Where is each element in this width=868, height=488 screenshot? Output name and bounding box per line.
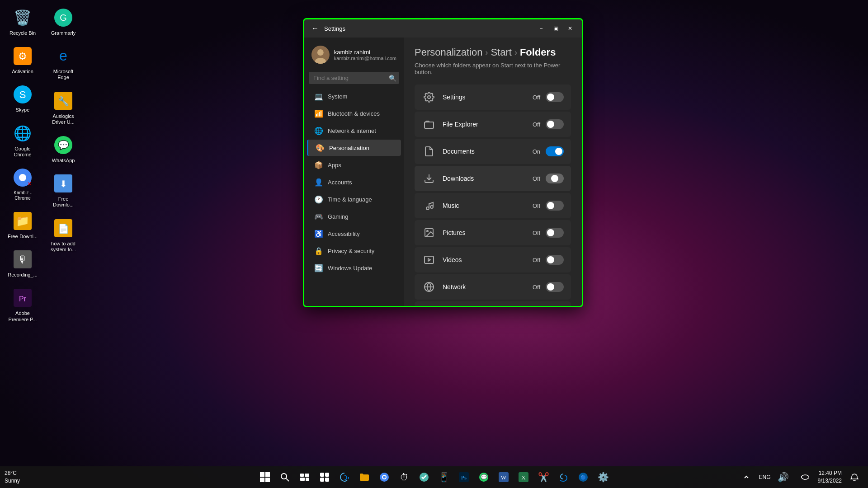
kambiz-chrome-label: Kambiz -Chrome bbox=[14, 190, 31, 201]
documents-folder-icon bbox=[422, 144, 436, 159]
svg-text:Pr: Pr bbox=[19, 295, 27, 303]
downloads-toggle-knob bbox=[551, 175, 558, 182]
videos-toggle-knob bbox=[547, 256, 554, 263]
skype-label: Skype bbox=[16, 107, 30, 113]
icon-activation[interactable]: ⚙ Activation bbox=[5, 43, 41, 77]
excel-taskbar[interactable]: X bbox=[514, 468, 533, 486]
auslogics-label: Auslogics Driver U... bbox=[47, 113, 79, 125]
chrome-taskbar[interactable] bbox=[375, 468, 393, 486]
pictures-folder-toggle[interactable] bbox=[546, 228, 564, 238]
search-taskbar-button[interactable] bbox=[276, 468, 294, 486]
taskbar-clock[interactable]: 12:40 PM 9/13/2022 bbox=[818, 469, 842, 485]
free-downloader-icon: ⬇ bbox=[52, 173, 74, 194]
sidebar-item-accessibility[interactable]: ♿ Accessibility bbox=[307, 225, 401, 242]
icon-free-downloader[interactable]: ⬇ Free Downlo... bbox=[45, 170, 81, 210]
icon-free-download[interactable]: 📁 Free-Downl... bbox=[5, 208, 41, 242]
accessibility-icon: ♿ bbox=[314, 229, 323, 238]
icon-recording[interactable]: 🎙 Recording_... bbox=[5, 246, 41, 280]
settings-folder-toggle[interactable] bbox=[546, 92, 564, 102]
sidebar-item-accounts[interactable]: 👤 Accounts bbox=[307, 174, 401, 190]
close-button[interactable]: ✕ bbox=[564, 22, 576, 35]
videos-folder-status: Off bbox=[533, 257, 540, 263]
breadcrumb-personalization: Personalization bbox=[415, 47, 482, 58]
music-folder-icon bbox=[422, 198, 436, 213]
title-bar-left: ← Settings bbox=[310, 23, 345, 34]
avatar bbox=[311, 46, 330, 64]
network-folder-toggle[interactable] bbox=[546, 282, 564, 292]
videos-folder-toggle[interactable] bbox=[546, 255, 564, 265]
ticktick-taskbar[interactable] bbox=[415, 468, 433, 486]
search-box: 🔍 bbox=[309, 72, 399, 84]
sidebar-item-personalization[interactable]: 🎨 Personalization bbox=[307, 140, 401, 156]
sidebar-item-time[interactable]: 🕐 Time & language bbox=[307, 191, 401, 207]
sidebar-item-accounts-label: Accounts bbox=[328, 179, 352, 186]
taskbar-weather: 28°C Sunny bbox=[5, 469, 20, 485]
downloads-folder-toggle[interactable] bbox=[546, 174, 564, 183]
main-content: Personalization › Start › Folders Choose… bbox=[404, 38, 582, 306]
edge2-taskbar[interactable] bbox=[554, 468, 572, 486]
icon-recycle-bin[interactable]: 🗑️ Recycle Bin bbox=[5, 5, 41, 38]
task-view-button[interactable] bbox=[296, 468, 314, 486]
sidebar-item-windows-update[interactable]: 🔄 Windows Update bbox=[307, 260, 401, 276]
folder-item-music: Music Off bbox=[415, 193, 571, 218]
icon-microsoft-edge[interactable]: e Microsoft Edge bbox=[45, 43, 81, 83]
file-explorer-folder-icon bbox=[422, 117, 436, 131]
settings-window: ← Settings − ▣ ✕ kambiz rahimi kambiz. bbox=[303, 18, 583, 307]
free-downloader-label: Free Downlo... bbox=[47, 196, 79, 208]
settings-folder-name: Settings bbox=[443, 94, 533, 101]
whatsapp-taskbar[interactable]: 💬 bbox=[475, 468, 493, 486]
sidebar-item-accessibility-label: Accessibility bbox=[328, 230, 360, 237]
edge-taskbar[interactable] bbox=[335, 468, 354, 486]
icon-skype[interactable]: S Skype bbox=[5, 81, 41, 115]
maximize-button[interactable]: ▣ bbox=[549, 22, 562, 35]
how-to-add-label: how to add system fo... bbox=[47, 241, 79, 253]
chevron-up-icon[interactable] bbox=[737, 468, 755, 486]
icon-auslogics[interactable]: 🔧 Auslogics Driver U... bbox=[45, 88, 81, 127]
music-folder-toggle[interactable] bbox=[546, 201, 564, 211]
settings-sidebar: kambiz rahimi kambiz.rahimi@hotmail.com … bbox=[304, 38, 404, 306]
sidebar-item-apps-label: Apps bbox=[328, 162, 341, 169]
sidebar-item-network[interactable]: 🌐 Network & internet bbox=[307, 122, 401, 139]
file-explorer-taskbar[interactable] bbox=[355, 468, 373, 486]
icon-adobe-premiere[interactable]: Pr Adobe Premiere P... bbox=[5, 285, 41, 324]
svg-text:🔧: 🔧 bbox=[58, 96, 69, 107]
back-button[interactable]: ← bbox=[310, 23, 321, 34]
volume-icon[interactable]: 🔊 bbox=[774, 468, 793, 486]
search-input[interactable] bbox=[309, 72, 399, 84]
search-icon: 🔍 bbox=[389, 75, 396, 82]
photoshop-taskbar[interactable]: Ps bbox=[455, 468, 473, 486]
settings-taskbar[interactable]: ⚙️ bbox=[594, 468, 612, 486]
svg-text:🔵: 🔵 bbox=[580, 474, 586, 480]
network-taskbar-icon[interactable] bbox=[796, 468, 814, 486]
settings-body: kambiz rahimi kambiz.rahimi@hotmail.com … bbox=[304, 38, 582, 306]
icon-google-chrome[interactable]: 🌐 Google Chrome bbox=[5, 120, 41, 160]
sidebar-item-apps[interactable]: 📦 Apps bbox=[307, 157, 401, 173]
klokki-taskbar[interactable]: ⏱ bbox=[395, 468, 413, 486]
sidebar-item-privacy[interactable]: 🔒 Privacy & security bbox=[307, 243, 401, 259]
sidebar-item-privacy-label: Privacy & security bbox=[328, 248, 374, 254]
icon-how-to-add[interactable]: 📄 how to add system fo... bbox=[45, 215, 81, 255]
start-button[interactable] bbox=[256, 468, 274, 486]
sidebar-item-gaming[interactable]: 🎮 Gaming bbox=[307, 208, 401, 225]
widgets-button[interactable] bbox=[316, 468, 334, 486]
svg-text:💬: 💬 bbox=[58, 140, 69, 150]
sidebar-item-bluetooth[interactable]: 📶 Bluetooth & devices bbox=[307, 105, 401, 122]
minimize-button[interactable]: − bbox=[535, 22, 547, 35]
svg-point-5 bbox=[19, 174, 26, 181]
how-to-add-icon: 📄 bbox=[52, 217, 74, 239]
phone-link-taskbar[interactable]: 📱 bbox=[435, 468, 453, 486]
file-explorer-folder-name: File Explorer bbox=[443, 121, 533, 128]
idn-taskbar[interactable]: 🔵 bbox=[574, 468, 592, 486]
icon-whatsapp[interactable]: 💬 WhatsApp bbox=[45, 132, 81, 166]
weather-condition: Sunny bbox=[5, 478, 20, 484]
sidebar-item-system[interactable]: 💻 System bbox=[307, 88, 401, 104]
notification-icon[interactable] bbox=[845, 468, 863, 486]
network-folder-status: Off bbox=[533, 284, 540, 291]
icon-grammarly[interactable]: G Grammarly bbox=[45, 5, 81, 38]
word-taskbar[interactable]: W bbox=[495, 468, 513, 486]
file-explorer-folder-toggle[interactable] bbox=[546, 119, 564, 129]
icon-kambiz-chrome[interactable]: ✕ Kambiz -Chrome bbox=[5, 164, 41, 203]
snip-taskbar[interactable]: ✂️ bbox=[534, 468, 552, 486]
taskbar: 28°C Sunny bbox=[0, 466, 868, 488]
documents-folder-toggle[interactable] bbox=[546, 146, 564, 156]
